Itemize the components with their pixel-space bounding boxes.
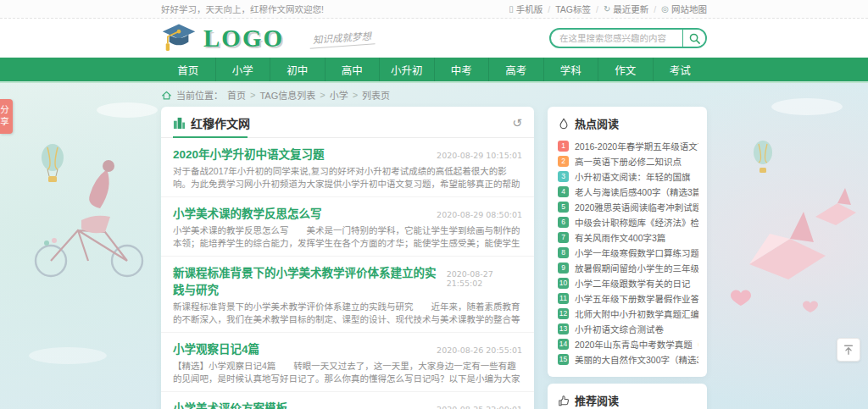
hot-read-item-label: 老人与海读后感400字（精选3篇） (575, 185, 698, 198)
article-item: 小学观察日记4篇2020-08-26 20:55:01【精选】小学观察日记4篇 … (161, 332, 534, 391)
hot-read-item-label: 放暑假期间留给小学生的三年级英语作文范文 (575, 262, 698, 274)
topbar-link-mobile-label: 手机版 (516, 3, 543, 15)
undo-icon[interactable]: ↺ (512, 117, 522, 129)
topbar-separator: / (654, 4, 656, 14)
rank-badge: 4 (558, 186, 569, 197)
search-icon (688, 32, 701, 45)
hot-read-title: 热点阅读 (575, 115, 619, 131)
breadcrumb-separator: > (320, 90, 325, 100)
article-item: 2020年小学升初中语文复习题2020-08-29 10:15:01对于备战20… (161, 138, 534, 196)
nav-item-7[interactable]: 学科 (543, 58, 598, 81)
hot-read-item-label: 高一英语下册必修二知识点 (575, 155, 682, 168)
sidebar: 热点阅读 12016-2020年春学期五年级语文下期末模拟2高一英语下册必修二知… (548, 107, 707, 409)
rank-badge: 9 (558, 263, 569, 274)
hot-read-item[interactable]: 9放暑假期间留给小学生的三年级英语作文范文 (558, 260, 698, 275)
nav-item-2[interactable]: 初中 (270, 58, 325, 81)
topbar-link-recent[interactable]: ↻最近更新 (604, 3, 648, 15)
article-title[interactable]: 2020年小学升初中语文复习题 (173, 145, 325, 162)
breadcrumb-item-3[interactable]: 列表页 (362, 88, 390, 102)
article-item: 小学美术课的教学反思怎么写2020-08-29 08:50:01小学美术课的教学… (161, 196, 534, 256)
hot-read-item[interactable]: 6中级会计职称题库《经济法》检测题 (558, 214, 698, 229)
hot-read-item[interactable]: 11小学五年级下册数学暑假作业答案【20-61 (558, 290, 698, 306)
hot-read-item[interactable]: 13小升初语文综合测试卷 (558, 321, 698, 336)
hot-read-item-label: 2020雅思英语阅读临考冲刺试题附答案 (575, 201, 698, 213)
hot-read-item[interactable]: 12北师大附中小升初数学真题汇编 (558, 306, 698, 321)
rank-badge: 11 (558, 293, 569, 304)
hot-read-item[interactable]: 10小学二年级跟数学有关的日记 (558, 275, 698, 290)
article-head: 新课程标准背景下的小学美术教学评价体系建立的实践与研究2020-08-27 21… (173, 263, 522, 297)
site-logo[interactable]: LOGO (161, 22, 284, 54)
arrow-up-to-bar-icon (843, 344, 854, 356)
rank-badge: 3 (558, 171, 569, 182)
article-date: 2020-08-29 10:15:01 (437, 151, 522, 160)
breadcrumb-item-0[interactable]: 首页 (227, 88, 246, 102)
hot-read-item[interactable]: 12016-2020年春学期五年级语文下期末模拟 (558, 138, 698, 153)
article-title[interactable]: 新课程标准背景下的小学美术教学评价体系建立的实践与研究 (173, 263, 447, 297)
nav-item-4[interactable]: 小升初 (379, 58, 434, 81)
hot-read-header: 热点阅读 (548, 107, 707, 136)
hot-read-item[interactable]: 3小升初语文阅读：年轻的国旗 (558, 169, 698, 184)
nav-item-9[interactable]: 考试 (653, 58, 708, 81)
rank-badge: 5 (558, 202, 569, 213)
topbar-link-mobile[interactable]: ▯手机版 (509, 3, 542, 15)
nav-item-5[interactable]: 中考 (434, 58, 489, 81)
hot-read-item-label: 2020年山东青岛中考数学真题（已公布） (575, 338, 698, 351)
hot-read-item[interactable]: 7有关风雨作文400字3篇 (558, 229, 698, 245)
breadcrumb-item-2[interactable]: 小学 (330, 88, 348, 102)
topbar-link-tags[interactable]: TAG标签 (555, 3, 591, 15)
breadcrumb-separator: > (353, 90, 358, 100)
share-button[interactable]: 分享 (0, 99, 13, 134)
article-title[interactable]: 小学观察日记4篇 (173, 340, 259, 356)
hot-read-item[interactable]: 52020雅思英语阅读临考冲刺试题附答案 (558, 199, 698, 214)
list-card-header: 红穆作文网 ↺ (161, 107, 534, 138)
nav-item-8[interactable]: 作文 (598, 58, 653, 81)
recommend-read-title: 推荐阅读 (575, 392, 619, 408)
hot-read-item[interactable]: 8小学一年级寒假数学口算练习题三篇 (558, 245, 698, 260)
back-to-top-button[interactable] (837, 338, 860, 362)
logo-text: LOGO (203, 25, 284, 53)
hot-read-item-label: 小学二年级跟数学有关的日记 (575, 277, 691, 290)
article-title[interactable]: 小学美术评价方案模板 (173, 399, 287, 409)
location-icon: ◎ (661, 4, 669, 14)
hot-read-item[interactable]: 2高一英语下册必修二知识点 (558, 153, 698, 169)
topbar: 好好学习，天天向上，红穆作文网欢迎您! ▯手机版/TAG标签/↻最近更新/◎网站… (0, 0, 868, 19)
search-box (549, 28, 707, 48)
nav-item-0[interactable]: 首页 (161, 58, 215, 81)
article-summary: 对于备战2017年小升初的同学来说,复习的好坏对小升初考试成绩的高低起着很大的影… (173, 165, 522, 191)
hot-read-item-label: 中级会计职称题库《经济法》检测题 (575, 216, 698, 229)
slogan-text: 知识成就梦想 (309, 28, 375, 48)
list-card-title: 红穆作文网 (191, 114, 250, 131)
rank-badge: 7 (558, 232, 569, 243)
graduation-cap-icon (161, 22, 197, 54)
flame-icon (558, 118, 570, 130)
hot-read-item-label: 美丽的大自然作文300字（精选3篇） (575, 353, 698, 366)
breadcrumb-prefix: 当前位置： (176, 88, 223, 102)
topbar-link-sitemap[interactable]: ◎网站地图 (661, 3, 707, 15)
hot-read-item-label: 北师大附中小升初数学真题汇编 (575, 307, 698, 320)
rank-badge: 10 (558, 278, 569, 289)
hot-read-item-label: 2016-2020年春学期五年级语文下期末模拟 (575, 140, 698, 152)
search-button[interactable] (682, 30, 705, 47)
hot-read-item-label: 小升初语文阅读：年轻的国旗 (575, 170, 691, 183)
topbar-links: ▯手机版/TAG标签/↻最近更新/◎网站地图 (509, 3, 707, 15)
breadcrumb-item-1[interactable]: TAG信息列表 (259, 88, 315, 102)
nav-item-6[interactable]: 高考 (488, 58, 543, 81)
article-date: 2020-08-27 21:55:02 (447, 269, 522, 288)
hot-read-item[interactable]: 15美丽的大自然作文300字（精选3篇） (558, 351, 698, 367)
share-label: 分享 (0, 105, 9, 128)
recommend-read-header: 推荐阅读 (548, 384, 707, 409)
nav-item-1[interactable]: 小学 (215, 58, 270, 81)
topbar-separator: / (548, 4, 550, 14)
site-header: LOGO 知识成就梦想 (0, 19, 868, 58)
hot-read-item[interactable]: 4老人与海读后感400字（精选3篇） (558, 184, 698, 199)
article-title[interactable]: 小学美术课的教学反思怎么写 (173, 204, 322, 221)
recommend-read-card: 推荐阅读 1最欣赏的人作文400字（精选3篇）2关于感恩的中考满分作文600字 (548, 384, 707, 409)
search-input[interactable] (551, 30, 682, 47)
article-summary: 【精选】小学观察日记4篇 转眼一天又过去了，这一天里，大家身边一定有一些有趣的见… (173, 360, 522, 385)
building-icon (173, 117, 186, 130)
article-date: 2020-08-29 08:50:01 (437, 210, 522, 219)
breadcrumb-items: 首页>TAG信息列表>小学>列表页 (227, 88, 390, 102)
hot-read-item-label: 小学一年级寒假数学口算练习题三篇 (575, 246, 698, 259)
nav-item-3[interactable]: 高中 (325, 58, 380, 81)
hot-read-item[interactable]: 142020年山东青岛中考数学真题（已公布） (558, 336, 698, 351)
